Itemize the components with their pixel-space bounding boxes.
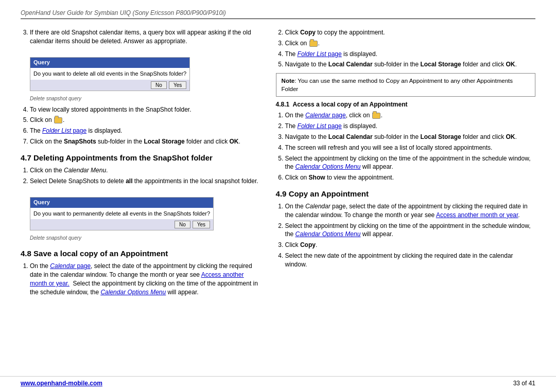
section-49-list: On the Calendar page, select the date of… (276, 202, 535, 269)
list-item: Click on the SnapShots sub-folder in the… (30, 137, 260, 146)
page-number: 33 of 41 (513, 380, 535, 387)
query-box-1-title: Query (30, 58, 189, 67)
section-48-list: On the Calendar page, select the date of… (21, 262, 260, 296)
list-item: Click Copy to copy the appointment. (285, 28, 535, 37)
header-title: OpenHand User Guide for Symbian UIQ (Son… (21, 9, 226, 16)
calendar-options-menu-link-48[interactable]: Calendar Options Menu (100, 289, 166, 296)
list-item: The Folder List page is displayed. (285, 50, 535, 59)
list-item: The Folder List page is displayed. (285, 122, 535, 131)
list-item: Click on . (30, 116, 260, 124)
list-item: The screen will refresh and you will see… (285, 144, 535, 152)
list-item: Select Delete SnapShots to delete all th… (30, 177, 260, 242)
footer-link[interactable]: www.openhand-mobile.com (21, 380, 102, 387)
query-box-1-buttons: No Yes (30, 80, 189, 91)
list-item: Select the appointment by clicking on th… (285, 222, 535, 239)
note-text: : You can use the same method to Copy an… (282, 78, 513, 92)
query-box-1-body: Do you want to delete all old events in … (30, 68, 189, 80)
page: OpenHand User Guide for Symbian UIQ (Son… (0, 0, 556, 392)
list-item: If there are old Snapshot calendar items… (30, 28, 260, 102)
list-item: Click on . (285, 39, 535, 48)
calendar-options-menu-link-49[interactable]: Calendar Options Menu (296, 230, 361, 238)
section-481-list: On the Calendar page, click on . The Fol… (276, 111, 535, 182)
list-item: Click on the Calendar Menu. (30, 166, 260, 175)
intro-list-right: Click Copy to copy the appointment. Clic… (276, 28, 535, 69)
list-item: On the Calendar page, select the date of… (285, 202, 535, 220)
section-48-heading: 4.8 Save a local copy of an Appointment (21, 249, 260, 258)
query-no-button-2[interactable]: No (175, 221, 190, 228)
list-item: On the Calendar page, click on . (285, 111, 535, 120)
folder-list-link-r1[interactable]: Folder List page (298, 50, 342, 58)
access-another-month-link-48[interactable]: Access another month or year. (30, 271, 244, 287)
section-47-heading: 4.7 Deleting Appointments from the SnapS… (21, 153, 260, 162)
query-box-2-caption: Delete snapshot query (30, 235, 260, 242)
list-item: Click Copy. (285, 241, 535, 250)
calendar-options-menu-link-481[interactable]: Calendar Options Menu (296, 163, 361, 170)
note-label: Note (282, 78, 295, 84)
list-item: The Folder List page is displayed. (30, 127, 260, 135)
query-yes-button-2[interactable]: Yes (193, 221, 210, 228)
query-yes-button-1[interactable]: Yes (169, 81, 186, 89)
folder-icon (372, 113, 380, 119)
folder-list-link-1[interactable]: Folder List page (42, 127, 86, 134)
folder-list-link-481[interactable]: Folder List page (298, 122, 342, 130)
folder-icon (309, 41, 318, 47)
intro-list-left: If there are old Snapshot calendar items… (21, 28, 260, 146)
list-item: Select the appointment by clicking on th… (285, 154, 535, 172)
query-box-1-caption: Delete snapshot query (30, 95, 260, 102)
list-item: Select the new date of the appointment b… (285, 252, 535, 269)
section-481-heading: 4.8.1 Access a local copy of an Appointm… (276, 101, 535, 108)
list-item: Click on Show to view the appointment. (285, 173, 535, 182)
folder-icon (54, 117, 62, 123)
page-header: OpenHand User Guide for Symbian UIQ (Son… (21, 9, 535, 19)
list-item: Navigate to the Local Calendar sub-folde… (285, 60, 535, 69)
access-another-month-link-49[interactable]: Access another month or year (436, 211, 518, 219)
right-column: Click Copy to copy the appointment. Clic… (276, 25, 535, 300)
note-box: Note: You can use the same method to Cop… (276, 73, 535, 97)
query-box-1: Query Do you want to delete all old even… (30, 57, 190, 91)
calendar-page-link-481[interactable]: Calendar page (305, 112, 346, 119)
list-item: Navigate to the Local Calendar sub-folde… (285, 133, 535, 141)
section-47-list: Click on the Calendar Menu. Select Delet… (21, 166, 260, 242)
left-column: If there are old Snapshot calendar items… (21, 25, 260, 300)
section-49-heading: 4.9 Copy an Appointment (276, 189, 535, 198)
calendar-page-link-48[interactable]: Calendar page (50, 262, 91, 270)
query-box-2-body: Do you want to permanently delete all ev… (30, 208, 213, 220)
query-box-2: Query Do you want to permanently delete … (30, 197, 214, 230)
query-box-2-buttons: No Yes (30, 219, 213, 230)
page-footer: www.openhand-mobile.com 33 of 41 (0, 376, 556, 387)
query-no-button-1[interactable]: No (151, 81, 167, 89)
query-box-2-title: Query (30, 198, 213, 207)
list-item: To view locally stored appointments in t… (30, 105, 260, 114)
content-columns: If there are old Snapshot calendar items… (21, 25, 535, 300)
list-item: On the Calendar page, select the date of… (30, 262, 260, 296)
